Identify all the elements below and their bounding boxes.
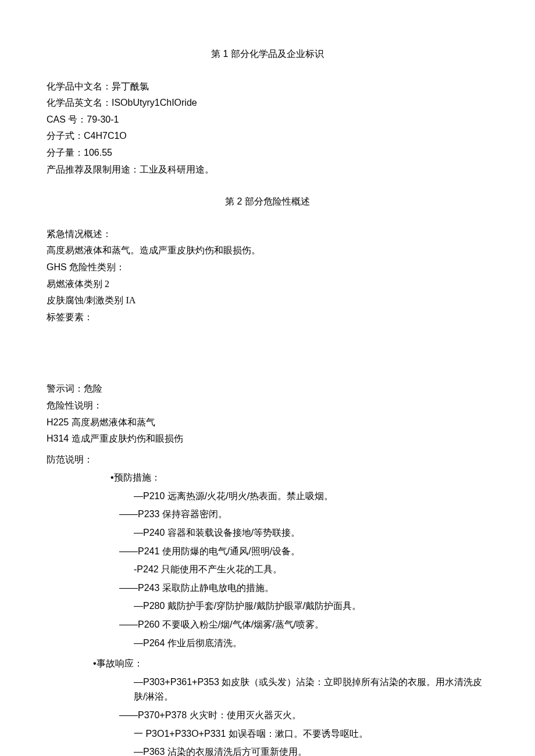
emergency-label: 紧急情况概述： bbox=[47, 227, 488, 242]
formula-label: 分子式： bbox=[47, 131, 84, 141]
english-name-line: 化学品英文名：ISObUtyry1ChIOride bbox=[47, 95, 488, 110]
hazard-h314: H314 造成严重皮肤灼伤和眼损伤 bbox=[47, 431, 488, 446]
precaution-p242: -P242 只能使用不产生火花的工具。 bbox=[134, 562, 488, 577]
mw-line: 分子量：106.55 bbox=[47, 145, 488, 160]
ghs-1-text: 易燃液体类别 2 bbox=[47, 279, 109, 289]
usage-value: 工业及科研用途。 bbox=[140, 164, 214, 174]
precaution-p240: —P240 容器和装载设备接地/等势联接。 bbox=[134, 525, 488, 540]
pictogram-spacer bbox=[47, 326, 488, 379]
cas-value: 79-30-1 bbox=[87, 114, 119, 124]
usage-label: 产品推荐及限制用途： bbox=[47, 164, 140, 174]
precaution-label: 防范说明： bbox=[47, 452, 488, 467]
emergency-text: 高度易燃液体和蒸气。造成严重皮肤灼伤和眼损伤。 bbox=[47, 243, 488, 258]
response-heading: •事故响应： bbox=[93, 656, 488, 671]
response-p301: 一 P3O1+P33O+P331 如误吞咽：漱口。不要诱导呕吐。 bbox=[134, 726, 488, 741]
response-p370: ——P370+P378 火灾时：使用灭火器灭火。 bbox=[119, 708, 488, 723]
precaution-p243: ——P243 采取防止静电放电的措施。 bbox=[119, 581, 488, 596]
mw-label: 分子量： bbox=[47, 148, 84, 157]
english-name-value: ISObUtyry1ChIOride bbox=[112, 98, 197, 108]
precaution-p260: ——P260 不要吸入粉尘/烟/气体/烟雾/蒸气/喷雾。 bbox=[119, 617, 488, 632]
cas-line: CAS 号：79-30-1 bbox=[47, 112, 488, 127]
document-page: 第 1 部分化学品及企业标识 化学品中文名：异丁酰氯 化学品英文名：ISObUt… bbox=[0, 0, 535, 756]
signal-word-line: 警示词：危险 bbox=[47, 381, 488, 396]
formula-value: C4H7C1O bbox=[84, 131, 127, 141]
chinese-name-label: 化学品中文名： bbox=[47, 81, 112, 91]
prevention-heading: •预防措施： bbox=[110, 470, 488, 485]
chinese-name-value: 异丁酰氯 bbox=[112, 81, 149, 91]
hazard-statement-label: 危险性说明： bbox=[47, 398, 488, 413]
ghs-label: GHS 危险性类别： bbox=[47, 260, 488, 275]
ghs-2-text: 皮肤腐蚀/刺激类别 IA bbox=[47, 295, 135, 305]
english-name-label: 化学品英文名： bbox=[47, 98, 112, 108]
signal-word-label: 警示词： bbox=[47, 384, 84, 393]
hazard-h225: H225 高度易燃液体和蒸气 bbox=[47, 415, 488, 430]
response-p303: —P303+P361+P353 如皮肤（或头发）沾染：立即脱掉所有沾染的衣服。用… bbox=[134, 675, 488, 704]
label-elements: 标签要素： bbox=[47, 310, 488, 325]
mw-value: 106.55 bbox=[84, 148, 112, 157]
response-p363: —P363 沾染的衣服清洗后方可重新使用。 bbox=[134, 744, 488, 756]
precaution-p280: —P280 戴防护手套/穿防护服/戴防护眼罩/戴防护面具。 bbox=[134, 599, 488, 614]
precaution-p264: —P264 作业后彻底清洗。 bbox=[134, 636, 488, 651]
section-1-title: 第 1 部分化学品及企业标识 bbox=[47, 46, 488, 62]
section-2-title: 第 2 部分危险性概述 bbox=[47, 194, 488, 209]
signal-word-value: 危险 bbox=[84, 384, 102, 393]
cas-label: CAS 号： bbox=[47, 114, 87, 124]
precaution-p210: —P210 远离热源/火花/明火/热表面。禁止吸烟。 bbox=[134, 489, 488, 504]
ghs-category-2: 皮肤腐蚀/刺激类别 IA bbox=[47, 293, 488, 308]
usage-line: 产品推荐及限制用途：工业及科研用途。 bbox=[47, 162, 488, 177]
precaution-p241: ——P241 使用防爆的电气/通风/照明/设备。 bbox=[119, 544, 488, 559]
formula-line: 分子式：C4H7C1O bbox=[47, 128, 488, 144]
precaution-p233: ——P233 保持容器密闭。 bbox=[119, 507, 488, 522]
chinese-name-line: 化学品中文名：异丁酰氯 bbox=[47, 79, 488, 94]
ghs-category-1: 易燃液体类别 2 bbox=[47, 277, 488, 292]
